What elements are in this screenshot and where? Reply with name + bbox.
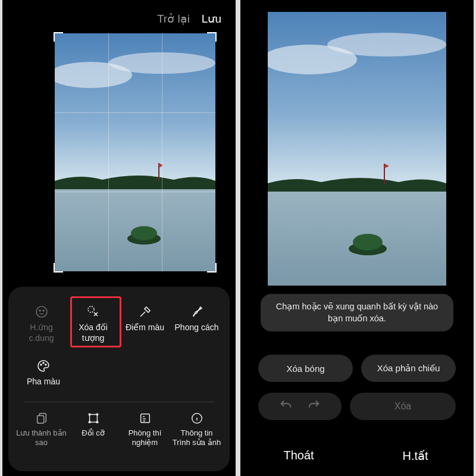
redo-button[interactable] xyxy=(308,399,321,414)
save-as-copy-button[interactable]: Lưu thành bản sao xyxy=(15,412,67,448)
tool-label: Phong cách xyxy=(175,322,219,333)
undo-redo-group xyxy=(258,393,342,420)
svg-point-2 xyxy=(108,52,215,74)
brush-icon xyxy=(190,305,204,319)
back-button[interactable]: Trở lại xyxy=(157,12,190,26)
divider xyxy=(24,402,214,402)
svg-point-24 xyxy=(327,33,446,57)
svg-point-12 xyxy=(43,362,44,364)
object-eraser-screen: Chạm hoặc vẽ xung quanh bất kỳ vật nào b… xyxy=(238,0,476,476)
copy-icon xyxy=(35,412,48,425)
crop-handle-tr[interactable] xyxy=(207,32,217,42)
erase-button[interactable]: Xóa xyxy=(350,393,456,420)
tool-style[interactable]: Phong cách xyxy=(171,301,223,347)
labs-button[interactable]: Phòng thí nghiệm xyxy=(119,412,171,448)
tool-label: Thông tin Trình sửa ảnh xyxy=(171,428,223,448)
crop-canvas[interactable] xyxy=(55,33,215,271)
about-button[interactable]: Thông tin Trình sửa ảnh xyxy=(171,412,223,448)
crop-handle-tl[interactable] xyxy=(54,32,63,42)
editor-main-screen: Trở lại Lưu xyxy=(0,0,238,476)
info-icon xyxy=(190,412,203,425)
redo-icon xyxy=(308,399,321,412)
tool-spot-color[interactable]: Điểm màu xyxy=(120,301,171,347)
tool-object-eraser[interactable]: Xóa đối tượng xyxy=(68,301,119,347)
done-button[interactable]: H.tất xyxy=(357,449,474,463)
tool-label: H.ứng c.dung xyxy=(17,322,66,343)
eyedropper-icon xyxy=(138,305,152,319)
svg-rect-3 xyxy=(55,182,215,271)
palette-icon xyxy=(36,359,51,373)
svg-point-28 xyxy=(353,234,383,250)
svg-point-10 xyxy=(88,306,94,312)
svg-point-11 xyxy=(40,364,42,365)
svg-rect-25 xyxy=(268,184,446,286)
svg-point-7 xyxy=(36,306,47,317)
svg-rect-14 xyxy=(37,415,43,423)
save-button[interactable]: Lưu xyxy=(202,12,221,26)
undo-icon xyxy=(279,399,292,412)
photo-preview[interactable] xyxy=(268,12,446,286)
svg-point-13 xyxy=(45,364,46,365)
remove-reflection-button[interactable]: Xóa phản chiếu xyxy=(361,355,456,382)
crop-handle-br[interactable] xyxy=(207,263,217,273)
svg-point-6 xyxy=(131,226,157,240)
photo-preview xyxy=(55,33,215,271)
tool-label: Lưu thành bản sao xyxy=(15,428,67,448)
svg-rect-15 xyxy=(89,414,97,422)
tool-color-mix[interactable]: Pha màu xyxy=(18,355,69,391)
undo-button[interactable] xyxy=(279,399,292,414)
crop-handle-bl[interactable] xyxy=(54,263,63,273)
remove-shadow-button[interactable]: Xóa bóng xyxy=(258,355,353,382)
tool-label: Đổi cỡ xyxy=(82,428,104,438)
svg-point-9 xyxy=(43,310,44,311)
eraser-icon xyxy=(86,305,101,319)
tool-label: Pha màu xyxy=(27,377,60,387)
exit-button[interactable]: Thoát xyxy=(240,449,357,463)
instruction-tooltip: Chạm hoặc vẽ xung quanh bất kỳ vật nào b… xyxy=(261,294,453,331)
tool-label: Xóa đối tượng xyxy=(69,322,118,343)
resize-button[interactable]: Đổi cỡ xyxy=(67,412,119,448)
face-icon xyxy=(35,305,49,319)
tool-label: Điểm màu xyxy=(126,322,164,333)
svg-point-8 xyxy=(39,310,40,311)
tool-portrait-effect[interactable]: H.ứng c.dung xyxy=(16,301,67,347)
labs-icon xyxy=(139,412,152,425)
tool-label: Phòng thí nghiệm xyxy=(119,428,171,448)
tools-panel: H.ứng c.dung Xóa đối tượng Điểm màu Phon… xyxy=(8,287,230,471)
resize-icon xyxy=(87,412,100,425)
